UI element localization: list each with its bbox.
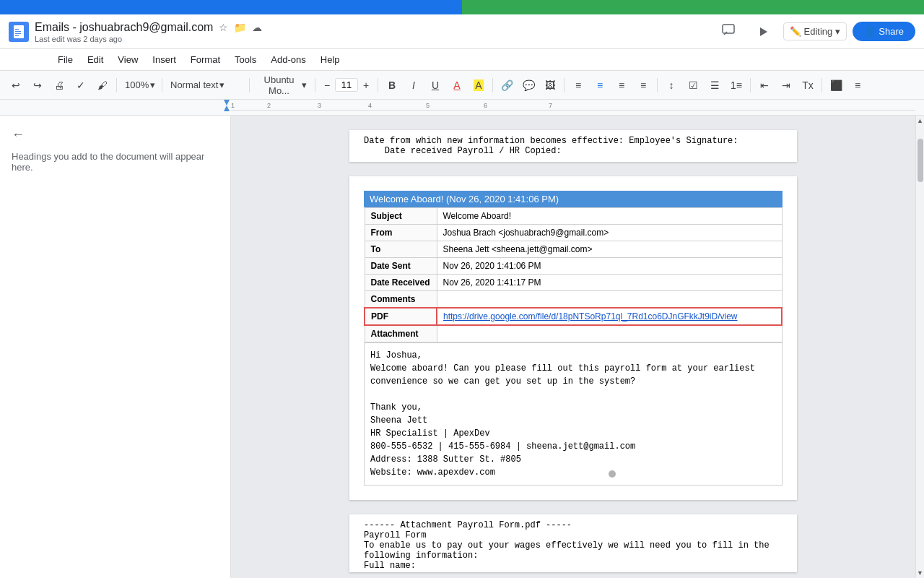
highlight-button[interactable]: A (468, 75, 489, 95)
more-options-button[interactable]: ≡ (847, 75, 868, 95)
zoom-dropdown[interactable]: 100% ▾ (121, 77, 158, 92)
svg-rect-5 (723, 25, 734, 33)
zoom-value: 100% (125, 79, 149, 90)
editing-chevron-icon: ▾ (835, 26, 840, 37)
link-button[interactable]: 🔗 (497, 75, 517, 95)
editing-dropdown[interactable]: ✏️ Editing ▾ (783, 22, 847, 40)
app-header: Emails - joshuabrach9@gmail.com ☆ 📁 ☁ La… (0, 14, 924, 49)
share-label: Share (879, 26, 904, 37)
svg-rect-2 (15, 31, 21, 32)
cloud-icon[interactable]: ☁ (250, 20, 263, 35)
share-button[interactable]: 👤 Share (853, 22, 915, 41)
decrease-indent-button[interactable]: ⇤ (754, 75, 775, 95)
align-left-button[interactable]: ≡ (568, 75, 588, 95)
redo-button[interactable]: ↪ (27, 75, 48, 95)
font-size-decrease[interactable]: − (319, 77, 335, 93)
document-area: Date from which new information becomes … (231, 116, 915, 578)
toolbar-sep-5 (378, 78, 378, 92)
zoom-chevron: ▾ (150, 79, 155, 90)
toolbar-sep-9 (750, 78, 751, 92)
table-row: Attachment (365, 325, 782, 342)
email-header-title: Welcome Aboard! (Nov 26, 2020 1:41:06 PM… (370, 194, 559, 204)
toolbar-sep-7 (564, 78, 565, 92)
field-value-comments (437, 291, 782, 309)
field-label-comments: Comments (365, 291, 437, 309)
insert-image-button[interactable]: 🖼 (540, 75, 560, 95)
menu-tools[interactable]: Tools (229, 53, 262, 66)
spellcheck-button[interactable]: ✓ (71, 75, 91, 95)
bold-button[interactable]: B (382, 75, 402, 95)
sidebar: ← Headings you add to the document will … (0, 116, 231, 578)
align-center-button[interactable]: ≡ (590, 75, 610, 95)
scrollbar-down-button[interactable]: ▼ (916, 568, 924, 578)
field-label-pdf: PDF (365, 308, 437, 325)
scrollbar: ▲ ▼ (915, 116, 924, 578)
field-value-date-received: Nov 26, 2020 1:41:17 PM (437, 275, 782, 291)
table-row: To Sheena Jett <sheena.jett@gmail.com> (365, 241, 782, 258)
menu-format[interactable]: Format (185, 53, 226, 66)
doc-title-row: Emails - joshuabrach9@gmail.com ☆ 📁 ☁ (35, 20, 708, 35)
sidebar-heading: Headings you add to the document will ap… (12, 151, 219, 173)
page-top-partial: Date from which new information becomes … (349, 130, 797, 162)
font-dropdown[interactable]: Ubuntu Mo... ▾ (253, 72, 311, 98)
table-row: Comments (365, 291, 782, 309)
field-label-subject: Subject (365, 208, 437, 225)
insert-comment-button[interactable]: 💬 (518, 75, 539, 95)
align-justify-button[interactable]: ≡ (633, 75, 653, 95)
bullets-button[interactable]: ☰ (705, 75, 725, 95)
table-row: Subject Welcome Aboard! (365, 208, 782, 225)
menu-insert[interactable]: Insert (147, 53, 182, 66)
email-body-text: Hi Joshua, Welcome aboard! Can you pleas… (370, 349, 776, 479)
title-icons: ☆ 📁 ☁ (217, 20, 263, 35)
toolbar: ↩ ↪ 🖨 ✓ 🖌 100% ▾ Normal text ▾ Ubuntu Mo… (0, 71, 924, 100)
editing-label: Editing (804, 26, 833, 37)
increase-indent-button[interactable]: ⇥ (776, 75, 796, 95)
table-row: From Joshua Brach <joshuabrach9@gmail.co… (365, 225, 782, 241)
paint-format-button[interactable]: 🖌 (92, 75, 113, 95)
menu-view[interactable]: View (112, 53, 144, 66)
checklist-button[interactable]: ☑ (683, 75, 703, 95)
italic-button[interactable]: I (404, 75, 424, 95)
numbered-list-button[interactable]: 1≡ (726, 75, 746, 95)
undo-button[interactable]: ↩ (6, 75, 26, 95)
field-value-attachment (437, 325, 782, 342)
toolbar-sep-3 (249, 78, 250, 92)
menu-addons[interactable]: Add-ons (265, 53, 311, 66)
menu-file[interactable]: File (52, 53, 79, 66)
underline-button[interactable]: U (425, 75, 445, 95)
present-button[interactable] (749, 20, 777, 43)
scrollbar-up-button[interactable]: ▲ (916, 116, 924, 126)
style-dropdown[interactable]: Normal text ▾ (166, 77, 245, 92)
line-spacing-button[interactable]: ↕ (661, 75, 681, 95)
font-size-increase[interactable]: + (358, 77, 374, 93)
menu-help[interactable]: Help (315, 53, 346, 66)
google-docs-logo (9, 22, 29, 42)
align-right-button[interactable]: ≡ (611, 75, 632, 95)
email-fields-table: Subject Welcome Aboard! From Joshua Brac… (364, 207, 783, 342)
pdf-link[interactable]: https://drive.google.com/file/d/18pNTSoR… (443, 311, 738, 322)
field-label-date-received: Date Received (365, 275, 437, 291)
style-chevron: ▾ (219, 79, 225, 90)
toolbar-sep-4 (315, 78, 315, 92)
folder-icon[interactable]: 📁 (232, 20, 248, 35)
font-chevron: ▾ (302, 79, 307, 90)
menu-edit[interactable]: Edit (82, 53, 109, 66)
scrollbar-thumb[interactable] (918, 139, 923, 182)
font-size-input[interactable] (335, 78, 358, 92)
text-color-button[interactable]: A (447, 75, 467, 95)
print-button[interactable]: 🖨 (49, 75, 69, 95)
back-arrow-button[interactable]: ← (12, 127, 219, 142)
field-value-date-sent: Nov 26, 2020 1:41:06 PM (437, 258, 782, 275)
clear-formatting-button[interactable]: Tx (798, 75, 818, 95)
toolbar-sep-1 (116, 78, 117, 92)
attachment-page: ------ Attachment Payroll Form.pdf -----… (349, 514, 797, 572)
doc-title: Emails - joshuabrach9@gmail.com (35, 21, 213, 34)
doc-title-area: Emails - joshuabrach9@gmail.com ☆ 📁 ☁ La… (35, 20, 708, 43)
comment-button[interactable] (714, 19, 743, 44)
toolbar-sep-2 (162, 78, 162, 92)
toolbar-sep-10 (821, 78, 822, 92)
text-bg-color-button[interactable]: ⬛ (826, 75, 846, 95)
star-icon[interactable]: ☆ (217, 20, 230, 35)
field-label-attachment: Attachment (365, 325, 437, 342)
main-area: ← Headings you add to the document will … (0, 116, 924, 578)
